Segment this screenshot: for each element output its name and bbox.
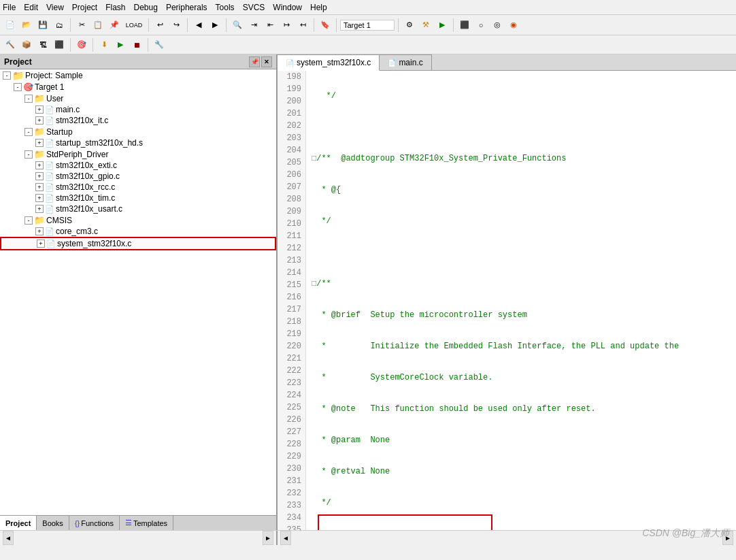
expand-stdperiph[interactable]: - [24, 150, 33, 159]
redo-btn[interactable]: ↪ [169, 18, 184, 33]
menu-window[interactable]: Window [273, 3, 302, 12]
tab-functions[interactable]: {} Functions [69, 516, 120, 530]
tree-it-c[interactable]: + 📄 stm32f10x_it.c [0, 115, 276, 126]
tree-user-group[interactable]: - 📁 User [0, 93, 276, 104]
save-all-btn[interactable]: 🗂 [52, 18, 67, 33]
tree-target1[interactable]: - 🎯 Target 1 [0, 82, 276, 93]
tree-gpio-c[interactable]: + 📄 stm32f10x_gpio.c [0, 171, 276, 182]
tree-core-cm3[interactable]: + 📄 core_cm3.c [0, 226, 276, 237]
load-btn[interactable]: LOAD [123, 18, 145, 33]
copy-btn[interactable]: 📋 [90, 18, 105, 33]
step-over-btn[interactable]: ○ [473, 18, 488, 33]
circle1-btn[interactable]: ◎ [490, 18, 505, 33]
indent-btn[interactable]: ⇥ [246, 18, 261, 33]
undo-btn[interactable]: ↩ [152, 18, 167, 33]
tree-startup-file[interactable]: + 📄 startup_stm32f10x_hd.s [0, 137, 276, 148]
expand-exti-c[interactable]: + [35, 161, 44, 169]
menu-peripherals[interactable]: Peripherals [166, 3, 207, 12]
tab-templates[interactable]: ☰ Templates [120, 516, 173, 530]
menu-svcs[interactable]: SVCS [243, 3, 265, 12]
expand-target1[interactable]: - [14, 83, 22, 91]
scroll-left-arrow[interactable]: ◀ [3, 531, 14, 545]
expand-startup-file[interactable]: + [35, 139, 44, 147]
tree-rcc-c[interactable]: + 📄 stm32f10x_rcc.c [0, 182, 276, 193]
menu-help[interactable]: Help [310, 3, 327, 12]
expand-tim-c[interactable]: + [35, 194, 44, 202]
rebuild-btn[interactable]: 🏗 [35, 37, 50, 52]
sidebar-pin-icon[interactable]: 📌 [249, 56, 260, 67]
expand-core-cm3[interactable]: + [35, 227, 44, 235]
tools2-btn[interactable]: 🔧 [152, 37, 167, 52]
erase-btn[interactable]: ⏹ [129, 37, 144, 52]
save-btn[interactable]: 💾 [35, 18, 50, 33]
tab-books[interactable]: Books [37, 516, 69, 530]
stop-btn[interactable]: ⬛ [457, 18, 472, 33]
run2-btn[interactable]: ▶ [113, 37, 128, 52]
tree-stdperiph-group[interactable]: - 📁 StdPeriph_Driver [0, 148, 276, 160]
tree-cmsis-group[interactable]: - 📁 CMSIS [0, 214, 276, 226]
tree-usart-c[interactable]: + 📄 stm32f10x_usart.c [0, 203, 276, 214]
cut-btn[interactable]: ✂ [74, 18, 89, 33]
editor-tab-main[interactable]: 📄 main.c [380, 54, 431, 70]
run-btn[interactable]: ▶ [435, 18, 450, 33]
code-line-198: */ [312, 90, 731, 102]
paste-btn[interactable]: 📌 [107, 18, 122, 33]
batch-btn[interactable]: ⬛ [52, 37, 67, 52]
scroll-right-arrow[interactable]: ▶ [263, 531, 273, 545]
sidebar-close-icon[interactable]: ✕ [261, 56, 272, 67]
expand-it-c[interactable]: + [35, 116, 44, 125]
expand-usart-c[interactable]: + [35, 205, 44, 213]
outdent-btn[interactable]: ⇤ [263, 18, 278, 33]
tree-startup-group[interactable]: - 📁 Startup [0, 126, 276, 137]
editor-tabs: 📄 system_stm32f10x.c 📄 main.c [278, 54, 736, 71]
tree-system-stm32[interactable]: + 📄 system_stm32f10x.c [0, 237, 276, 250]
tree-main-c[interactable]: + 📄 main.c [0, 104, 276, 115]
expand-gpio-c[interactable]: + [35, 172, 44, 180]
menu-view[interactable]: View [46, 3, 64, 12]
menu-edit[interactable]: Edit [24, 3, 38, 12]
tab-project[interactable]: Project [0, 516, 37, 530]
compile-btn[interactable]: 📦 [19, 37, 34, 52]
tree-project-root[interactable]: - 📁 Project: Sample [0, 69, 276, 82]
tree-core-cm3-label: core_cm3.c [56, 227, 98, 236]
tree-exti-c-label: stm32f10x_exti.c [56, 161, 117, 170]
expand-main-c[interactable]: + [35, 105, 44, 114]
menu-debug[interactable]: Debug [134, 3, 158, 12]
editor-tab-system[interactable]: 📄 system_stm32f10x.c [278, 54, 380, 71]
menu-tools[interactable]: Tools [216, 3, 235, 12]
menu-flash[interactable]: Flash [105, 3, 125, 12]
ln-230: 230 [282, 463, 301, 475]
expand-system-stm32[interactable]: + [37, 240, 45, 248]
debug-settings-btn[interactable]: ⚙ [402, 18, 417, 33]
target2-btn[interactable]: 🎯 [74, 37, 89, 52]
expand-project[interactable]: - [3, 71, 11, 80]
nav-back-btn[interactable]: ◀ [191, 18, 206, 33]
step-btn[interactable]: ◉ [506, 18, 521, 33]
build2-btn[interactable]: 🔨 [3, 37, 18, 52]
code-editor[interactable]: 198 199 200 201 202 203 204 205 206 207 … [278, 71, 736, 530]
nav-fwd-btn[interactable]: ▶ [207, 18, 222, 33]
tree-exti-c[interactable]: + 📄 stm32f10x_exti.c [0, 160, 276, 171]
target-selector[interactable] [340, 20, 395, 31]
ln-216: 216 [282, 291, 301, 303]
expand-cmsis[interactable]: - [24, 216, 33, 225]
menu-project[interactable]: Project [72, 3, 97, 12]
download-btn[interactable]: ⬇ [97, 37, 112, 52]
outdent2-btn[interactable]: ↤ [295, 18, 310, 33]
build-btn[interactable]: ⚒ [418, 18, 433, 33]
expand-startup[interactable]: - [24, 128, 33, 136]
expand-rcc-c[interactable]: + [35, 183, 44, 191]
sep5 [314, 18, 314, 32]
bookmark-btn[interactable]: 🔖 [318, 18, 333, 33]
tree-tim-c[interactable]: + 📄 stm32f10x_tim.c [0, 193, 276, 203]
code-content[interactable]: */ □/** @addtogroup STM32F10x_System_Pri… [306, 71, 736, 530]
expand-user[interactable]: - [24, 95, 33, 103]
watermark: CSDN @Big_潘大师 [642, 527, 729, 540]
sidebar-header: Project 📌 ✕ [0, 54, 276, 69]
open-btn[interactable]: 📂 [19, 18, 34, 33]
find-btn[interactable]: 🔍 [230, 18, 245, 33]
indent2-btn[interactable]: ↦ [279, 18, 294, 33]
new-file-btn[interactable]: 📄 [3, 18, 18, 33]
menu-file[interactable]: File [3, 3, 16, 12]
editor-scroll-left[interactable]: ◀ [280, 531, 291, 545]
